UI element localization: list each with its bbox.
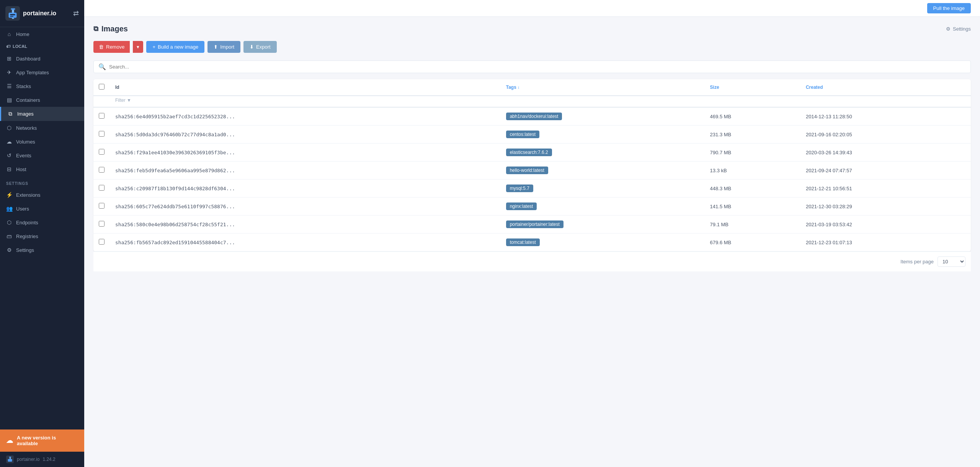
sidebar-item-dashboard[interactable]: ⊞ Dashboard	[0, 52, 84, 65]
size-header-label: Size	[710, 85, 719, 90]
row-created-7: 2021-12-23 01:07:13	[800, 234, 971, 251]
settings-link[interactable]: ⚙ Settings	[946, 26, 971, 32]
created-header-label: Created	[806, 85, 823, 90]
row-id-3[interactable]: sha256:feb5d9fea6a5e9606aa995e879d862...	[110, 162, 501, 180]
row-checkbox-cell	[93, 180, 110, 198]
remove-dropdown-button[interactable]: ▾	[133, 41, 143, 53]
main-content: Pull the image ⧉ Images ⚙ Settings 🗑 Rem…	[84, 0, 980, 467]
table-row: sha256:605c77e624ddb75e6110f997c58876...…	[93, 198, 971, 216]
table-row: sha256:5d0da3dc976460b72c77d94c8a1ad0...…	[93, 126, 971, 144]
sidebar-item-stacks[interactable]: ☰ Stacks	[0, 79, 84, 93]
sidebar-item-networks[interactable]: ⬡ Networks	[0, 121, 84, 135]
row-id-7[interactable]: sha256:fb5657adc892ed15910445588404c7...	[110, 234, 501, 251]
row-checkbox-cell	[93, 126, 110, 144]
sort-icon: ↕	[518, 85, 519, 90]
search-input[interactable]	[109, 64, 966, 70]
select-all-checkbox[interactable]	[99, 84, 105, 90]
row-checkbox-cell	[93, 144, 110, 162]
settings-icon: ⚙	[6, 247, 12, 253]
events-icon: ↺	[6, 152, 12, 158]
plus-icon: +	[152, 44, 155, 50]
local-label: LOCAL	[13, 44, 27, 49]
row-checkbox-cell	[93, 107, 110, 126]
sidebar-item-endpoints[interactable]: ⬡ Endpoints	[0, 216, 84, 229]
registries-icon: 🗃	[6, 233, 12, 239]
version-logo-icon	[6, 456, 14, 463]
row-checkbox-3[interactable]	[99, 167, 105, 173]
sidebar-label: Host	[16, 167, 26, 172]
row-checkbox-6[interactable]	[99, 221, 105, 227]
export-icon: ⬇	[250, 44, 254, 50]
sidebar-label: Events	[16, 153, 31, 158]
sidebar: portainer.io ⇄ ⌂ Home 🏷 LOCAL ⊞ Dashboar…	[0, 0, 84, 467]
row-id-2[interactable]: sha256:f29a1ee41030e3963026369105f3be...	[110, 144, 501, 162]
sidebar-label: Registries	[16, 234, 38, 239]
row-tag-cell-0: abh1nav/dockerui:latest	[501, 107, 705, 126]
sidebar-item-host[interactable]: ⊟ Host	[0, 162, 84, 176]
id-column-header[interactable]: Id	[110, 79, 501, 96]
local-section: 🏷 LOCAL	[0, 41, 84, 52]
endpoints-icon: ⬡	[6, 219, 12, 225]
sidebar-item-registries[interactable]: 🗃 Registries	[0, 229, 84, 243]
sidebar-label: Endpoints	[16, 220, 38, 225]
import-button[interactable]: ⬆ Import	[207, 41, 240, 53]
row-id-0[interactable]: sha256:6e4d05915b2aef7cd3c1d225652328...	[110, 107, 501, 126]
chevron-down-icon: ▾	[137, 44, 139, 50]
sidebar-item-images[interactable]: ⧉ Images	[0, 107, 84, 121]
sidebar-item-app-templates[interactable]: ✈ App Templates	[0, 65, 84, 79]
row-checkbox-7[interactable]	[99, 239, 105, 245]
export-button[interactable]: ⬇ Export	[243, 41, 277, 53]
sidebar-item-settings[interactable]: ⚙ Settings	[0, 243, 84, 257]
items-per-page-select[interactable]: 10 25 50	[938, 256, 965, 267]
table-row: sha256:feb5d9fea6a5e9606aa995e879d862...…	[93, 162, 971, 180]
row-id-4[interactable]: sha256:c20987f18b130f9d144c9828df6304...	[110, 180, 501, 198]
sidebar-item-events[interactable]: ↺ Events	[0, 149, 84, 162]
created-column-header[interactable]: Created	[800, 79, 971, 96]
row-id-5[interactable]: sha256:605c77e624ddb75e6110f997c58876...	[110, 198, 501, 216]
sidebar-label: Settings	[16, 247, 34, 253]
row-checkbox-1[interactable]	[99, 131, 105, 137]
filter-size-cell	[705, 96, 800, 107]
svg-rect-9	[10, 457, 11, 459]
svg-rect-1	[11, 8, 15, 10]
row-created-1: 2021-09-16 02:20:05	[800, 126, 971, 144]
row-created-3: 2021-09-24 07:47:57	[800, 162, 971, 180]
sidebar-item-extensions[interactable]: ⚡ Extensions	[0, 188, 84, 202]
row-tag-cell-1: centos:latest	[501, 126, 705, 144]
table-row: sha256:6e4d05915b2aef7cd3c1d225652328...…	[93, 107, 971, 126]
row-checkbox-2[interactable]	[99, 149, 105, 155]
tags-column-header[interactable]: Tags ↕	[501, 79, 705, 96]
row-checkbox-5[interactable]	[99, 203, 105, 209]
volumes-icon: ☁	[6, 139, 12, 145]
sidebar-item-home[interactable]: ⌂ Home	[0, 27, 84, 41]
pull-image-button[interactable]: Pull the image	[927, 3, 971, 13]
remove-button[interactable]: 🗑 Remove	[93, 41, 130, 53]
row-id-1[interactable]: sha256:5d0da3dc976460b72c77d94c8a1ad0...	[110, 126, 501, 144]
sidebar-item-containers[interactable]: ▤ Containers	[0, 93, 84, 107]
extensions-icon: ⚡	[6, 192, 12, 198]
row-size-4: 448.3 MB	[705, 180, 800, 198]
row-size-6: 79.1 MB	[705, 216, 800, 234]
toolbar: 🗑 Remove ▾ + Build a new image ⬆ Import …	[93, 41, 971, 53]
row-id-6[interactable]: sha256:580c0e4e98b06d258754cf28c55f21...	[110, 216, 501, 234]
build-image-button[interactable]: + Build a new image	[146, 41, 204, 53]
row-size-1: 231.3 MB	[705, 126, 800, 144]
filter-id-cell: Filter ▼	[110, 96, 501, 107]
sidebar-item-users[interactable]: 👥 Users	[0, 202, 84, 216]
update-notice-banner[interactable]: ☁ A new version is available	[0, 429, 84, 452]
tag-badge-7: tomcat:latest	[506, 238, 540, 246]
svg-rect-4	[10, 14, 15, 15]
row-checkbox-4[interactable]	[99, 185, 105, 191]
sidebar-version: portainer.io 1.24.2	[0, 452, 84, 467]
size-column-header[interactable]: Size	[705, 79, 800, 96]
sidebar-item-volumes[interactable]: ☁ Volumes	[0, 135, 84, 149]
row-size-0: 469.5 MB	[705, 107, 800, 126]
row-checkbox-0[interactable]	[99, 113, 105, 119]
export-label: Export	[256, 44, 271, 50]
tag-badge-0: abh1nav/dockerui:latest	[506, 113, 562, 120]
stacks-icon: ☰	[6, 83, 12, 89]
swap-icon[interactable]: ⇄	[73, 9, 79, 18]
bookmark-icon: 🏷	[6, 44, 10, 49]
row-checkbox-cell	[93, 234, 110, 251]
items-per-page-control: 10 25 50	[938, 256, 965, 267]
